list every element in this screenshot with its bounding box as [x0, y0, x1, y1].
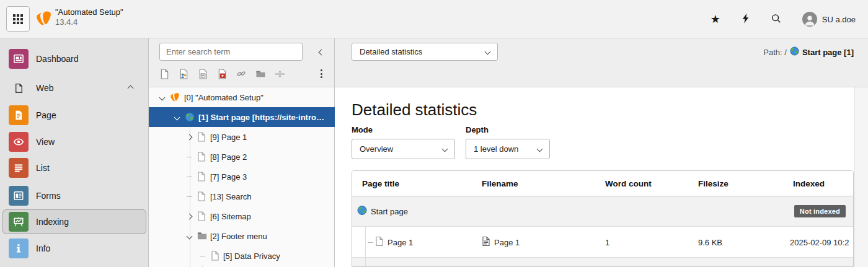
row-page-title: Page 1: [388, 237, 413, 247]
search-button[interactable]: [768, 7, 785, 32]
user-menu-button[interactable]: SU a.doe: [799, 7, 859, 32]
breadcrumb: Path: / Start page [1]: [763, 46, 854, 58]
sidebar-item-label: Indexing: [36, 217, 69, 227]
tree-node-label: [13] Search: [210, 192, 252, 201]
avatar: [802, 12, 817, 27]
tree-connector-dash: [200, 256, 205, 256]
page-icon: [197, 172, 207, 182]
tree-node-label: [6] Sitemap: [210, 212, 251, 221]
chevron-right-icon[interactable]: [187, 213, 193, 219]
document-icon: [482, 236, 490, 248]
tree-node-root[interactable]: [0] "Automated Setup": [149, 87, 335, 107]
module-menu: Dashboard Web Page View List: [0, 38, 149, 267]
not-indexed-badge: Not indexed: [794, 205, 846, 217]
page-title: Detailed statistics: [352, 100, 477, 120]
table-cell-divider: [365, 258, 366, 267]
chevron-up-icon: [128, 85, 134, 91]
page-module-icon: [9, 105, 29, 125]
row-filename: Page 1: [494, 237, 520, 247]
chevron-down-icon[interactable]: [159, 94, 166, 100]
function-menu-value: Detailed statistics: [360, 47, 422, 56]
new-mountpoint-page-icon[interactable]: [216, 68, 228, 80]
page-tree-panel: [0] "Automated Setup" [1] Start page [ht…: [149, 38, 335, 267]
new-external-link-icon[interactable]: [236, 68, 247, 80]
path-label: Path: /: [763, 48, 787, 57]
tree-node-label: [8] Page 2: [210, 152, 247, 162]
function-menu-select[interactable]: Detailed statistics: [352, 43, 498, 61]
new-backend-user-section-icon[interactable]: [178, 68, 189, 80]
column-header-filename: Filename: [482, 179, 518, 188]
tree-node-page-3[interactable]: [7] Page 3: [149, 167, 335, 186]
table-row-start-page[interactable]: Start page Not indexed: [352, 196, 853, 227]
tree-node-label: [2] Footer menu: [210, 232, 267, 241]
sidebar-item-info[interactable]: Info: [0, 236, 149, 261]
table-cell-divider: [365, 227, 366, 257]
docheader: Detailed statistics Path: / Start page […: [335, 38, 868, 87]
page-icon: [197, 211, 207, 221]
column-header-filesize: Filesize: [698, 179, 728, 188]
mode-select[interactable]: Overview: [352, 139, 455, 159]
path-current-page[interactable]: Start page [1]: [802, 48, 854, 57]
typo3-site-icon: [170, 92, 180, 102]
page-icon: [211, 251, 221, 261]
web-section-icon: [9, 78, 29, 98]
tree-node-label: [1] Start page [https://site-intro…: [198, 113, 324, 122]
list-module-icon: [9, 158, 29, 178]
sidebar-item-dashboard[interactable]: Dashboard: [0, 46, 149, 71]
clear-cache-button[interactable]: [738, 7, 754, 32]
folder-icon: [197, 232, 207, 242]
sidebar-item-forms[interactable]: Forms: [0, 183, 149, 208]
bookmarks-button[interactable]: ★: [707, 7, 724, 32]
site-meta: "Automated Setup" 13.4.4: [55, 7, 123, 27]
tree-search-input[interactable]: [159, 43, 303, 61]
sidebar-item-view[interactable]: View: [0, 129, 149, 154]
grid-icon: [13, 14, 23, 24]
tree-node-data-privacy[interactable]: [5] Data Privacy: [149, 246, 335, 266]
new-folder-icon[interactable]: [255, 68, 266, 80]
sidebar-item-list[interactable]: List: [0, 155, 149, 180]
topbar-toolbar: ★ SU a.doe: [707, 0, 859, 38]
typo3-backend: "Automated Setup" 13.4.4 ★ SU a.: [0, 0, 868, 267]
module-content: Detailed statistics Path: / Start page […: [335, 38, 868, 267]
depth-select-value: 1 level down: [474, 144, 518, 154]
mode-select-value: Overview: [360, 144, 393, 154]
tree-node-search[interactable]: [13] Search: [149, 186, 335, 206]
sidebar-item-indexing[interactable]: Indexing: [0, 209, 149, 234]
depth-label: Depth: [466, 125, 489, 134]
sidebar-item-web[interactable]: Web: [0, 76, 149, 100]
module-menu-toggle-button[interactable]: [6, 6, 30, 32]
new-page-icon[interactable]: [159, 68, 170, 80]
table-row-page-1[interactable]: Page 1 Page 1 1 9.6 KB 2025-02-09 10:2: [352, 227, 853, 258]
sidebar-item-label: Info: [36, 243, 50, 253]
page-tree-toolbar: [149, 38, 334, 87]
sidebar-item-label: Web: [36, 83, 54, 93]
tree-node-page-1[interactable]: [9] Page 1: [149, 127, 335, 147]
new-spacer-icon[interactable]: [274, 68, 285, 80]
row-filesize: 9.6 KB: [698, 237, 722, 247]
collapse-tree-button[interactable]: [314, 45, 329, 59]
tree-connector-dash: [187, 157, 192, 157]
chevron-right-icon[interactable]: [187, 134, 193, 140]
new-shortcut-page-icon[interactable]: [197, 68, 208, 80]
tree-node-start-page[interactable]: [1] Start page [https://site-intro…: [149, 107, 335, 127]
sidebar-item-page[interactable]: Page: [0, 103, 149, 128]
tree-node-page-2[interactable]: [8] Page 2: [149, 147, 335, 167]
search-icon: [771, 14, 781, 25]
chevron-down-icon[interactable]: [187, 233, 193, 239]
chevron-down-icon[interactable]: [174, 114, 180, 120]
site-title: "Automated Setup": [55, 7, 123, 17]
dashboard-icon: [9, 49, 29, 69]
scrollbar[interactable]: [854, 87, 868, 267]
tree-node-footer-menu[interactable]: [2] Footer menu: [149, 226, 335, 246]
chevron-down-icon: [537, 146, 543, 152]
tree-connector-dash: [187, 177, 192, 177]
tree-connector-dash: [187, 196, 192, 197]
page-icon: [197, 191, 207, 201]
tree-node-sitemap[interactable]: [6] Sitemap: [149, 206, 335, 226]
column-header-word-count: Word count: [605, 179, 652, 188]
row-indexed-timestamp: 2025-02-09 10:2: [790, 237, 849, 247]
depth-select[interactable]: 1 level down: [466, 139, 550, 159]
column-header-indexed: Indexed: [793, 179, 825, 188]
tree-options-menu-button[interactable]: [315, 67, 327, 81]
mode-label: Mode: [352, 125, 373, 134]
